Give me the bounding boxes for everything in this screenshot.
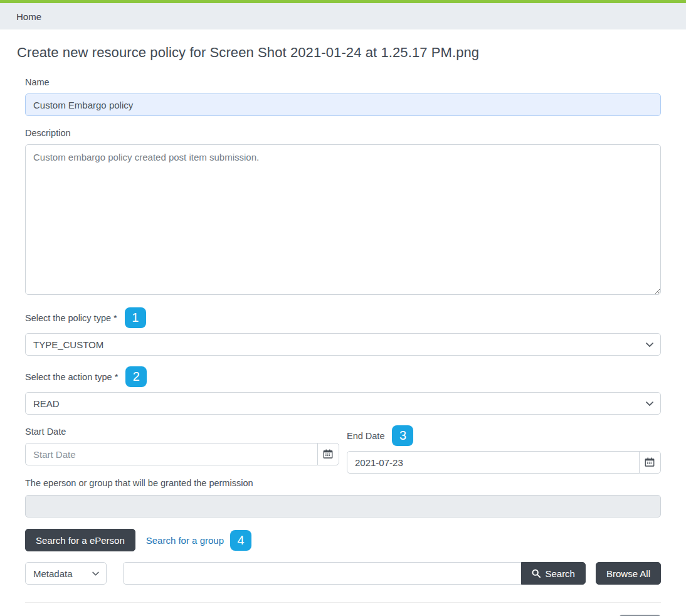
start-date-label: Start Date: [25, 427, 66, 437]
description-textarea[interactable]: Custom embargo policy created post item …: [25, 144, 661, 295]
policy-type-label: Select the policy type *: [25, 313, 117, 323]
policy-type-select[interactable]: TYPE_CUSTOM: [25, 333, 661, 356]
search-eperson-button[interactable]: Search for a ePerson: [25, 529, 135, 551]
search-icon: [532, 569, 541, 578]
end-date-label: End Date: [347, 431, 384, 441]
metadata-scope-select[interactable]: Metadata: [25, 562, 107, 585]
grantee-label: The eperson or group that will be grante…: [25, 478, 253, 488]
browse-all-button-label: Browse All: [606, 568, 650, 579]
step-badge-4: 4: [230, 530, 251, 551]
calendar-icon: [645, 457, 655, 467]
description-label: Description: [25, 128, 71, 138]
resource-policy-form: Name Description Custom embargo policy c…: [16, 76, 670, 616]
browse-all-button[interactable]: Browse All: [596, 562, 661, 585]
end-date-input[interactable]: [347, 451, 640, 474]
search-group-link[interactable]: Search for a group: [146, 535, 224, 546]
step-badge-2: 2: [125, 366, 147, 387]
end-date-field: End Date 3: [347, 425, 661, 474]
page-title: Create new resource policy for Screen Sh…: [17, 45, 670, 61]
search-button-label: Search: [545, 568, 575, 579]
metadata-search-input[interactable]: [123, 562, 522, 585]
end-date-calendar-button[interactable]: [639, 451, 661, 474]
calendar-icon: [323, 449, 333, 459]
name-label: Name: [25, 77, 50, 87]
start-date-field: Start Date: [25, 425, 339, 474]
step-badge-3: 3: [392, 425, 413, 446]
breadcrumb-home-link[interactable]: Home: [16, 11, 41, 22]
step-badge-1: 1: [125, 307, 146, 328]
start-date-input[interactable]: [25, 443, 318, 465]
search-eperson-button-label: Search for a ePerson: [36, 535, 125, 546]
name-input[interactable]: [25, 93, 661, 116]
action-type-select[interactable]: READ: [25, 392, 661, 415]
grantee-input: [25, 495, 661, 518]
search-button[interactable]: Search: [521, 562, 586, 585]
action-type-label: Select the action type *: [25, 372, 118, 382]
breadcrumb: Home: [0, 3, 686, 29]
start-date-calendar-button[interactable]: [317, 443, 339, 465]
